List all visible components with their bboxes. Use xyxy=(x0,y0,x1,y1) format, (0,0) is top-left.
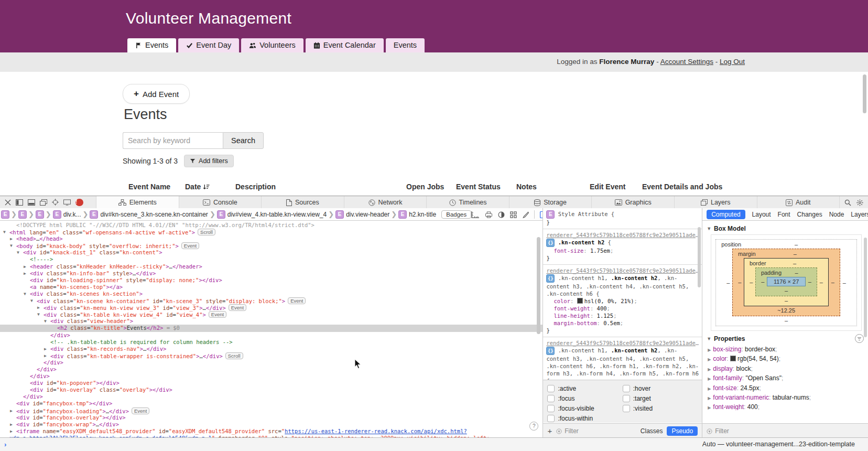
dom-tree-node[interactable]: ▼<div class="view-header"> xyxy=(0,318,542,325)
breadcrumb-item-div-kn-scene-3-kn-scene-kn-container[interactable]: Ediv#kn-scene_3.kn-scene.kn-container xyxy=(90,210,208,219)
css-property[interactable]: margin-bottom: 0.5em; xyxy=(546,319,699,327)
pseudo-button[interactable]: Pseudo xyxy=(667,426,698,436)
devtools-search-button[interactable] xyxy=(844,198,851,206)
pseudo-class-focus-within[interactable]: :focus-within xyxy=(547,415,622,422)
disclosure-closed-icon[interactable]: ▶ xyxy=(708,377,711,381)
dock-to-side-button[interactable] xyxy=(16,199,23,206)
dom-tree-node[interactable]: </div> xyxy=(0,373,542,380)
disclosure-closed-icon[interactable]: ▶ xyxy=(708,357,711,362)
disclosure-closed-icon[interactable]: ▶ xyxy=(37,304,40,311)
print-styles-button[interactable] xyxy=(485,210,493,218)
pseudo-class-active[interactable]: :active xyxy=(547,385,622,392)
site-tab-events[interactable]: Events xyxy=(127,38,176,52)
dom-tree-node[interactable]: <!-- .kn-table-table is required for col… xyxy=(0,339,542,346)
dom-tree-node[interactable]: ▶<div class="kn-info-bar" style>…</div> xyxy=(0,270,542,277)
stylesheet-link[interactable]: renderer_5443f9c579b118ce05788fc9e23e905… xyxy=(546,231,699,239)
dom-tree-node[interactable]: <!----> xyxy=(0,256,542,263)
search-input[interactable] xyxy=(123,132,223,149)
css-selector[interactable]: {} .kn-content h1, .kn-content h2, .kn-c… xyxy=(546,274,699,297)
column-header-open-jobs[interactable]: Open Jobs xyxy=(406,182,444,191)
dom-tree-node[interactable]: <div id="fancybox-overlay"></div> xyxy=(0,414,542,421)
error-count-badge[interactable]: ! xyxy=(75,199,83,206)
close-devtools-button[interactable] xyxy=(5,199,11,206)
disclosure-closed-icon[interactable]: ▶ xyxy=(10,421,13,428)
disclosure-closed-icon[interactable]: ▶ xyxy=(44,346,47,352)
dom-tree-node[interactable]: ▼<div class="kn-scenes kn-section"> xyxy=(0,291,542,297)
color-swatch[interactable] xyxy=(730,356,736,361)
pseudo-class-visited[interactable]: :visited xyxy=(623,405,698,412)
sidebar-tab-node[interactable]: Node xyxy=(829,211,844,218)
sidebar-tab-changes[interactable]: Changes xyxy=(797,211,822,218)
collapse-triangle-icon[interactable]: ▼ xyxy=(707,226,711,231)
detach-devtools-button[interactable] xyxy=(40,199,47,206)
devtools-tab-layers[interactable]: Layers xyxy=(674,196,757,208)
properties-filter-icon[interactable] xyxy=(855,334,864,343)
console-chevron-icon[interactable]: › xyxy=(4,441,6,448)
computed-property-color[interactable]: ▶color: rgb(54, 54, 54); xyxy=(708,355,864,364)
dom-tree-node[interactable]: <!DOCTYPE html PUBLIC "-//W3C//DTD HTML … xyxy=(0,222,542,229)
devtools-settings-button[interactable] xyxy=(856,198,863,206)
css-property[interactable]: line-height: 1.125; xyxy=(546,312,699,319)
sidebar-scrollbar[interactable] xyxy=(864,238,867,337)
styles-filter-input[interactable]: Filter xyxy=(556,427,636,435)
column-header-description[interactable]: Description xyxy=(235,182,276,191)
dom-tree-node[interactable]: <h2 class="kn-title">Events</h2> = $0 xyxy=(0,325,542,331)
box-model-content[interactable]: 1176 × 27 xyxy=(767,277,806,286)
add-event-button[interactable]: + Add Event xyxy=(123,84,190,104)
disclosure-closed-icon[interactable]: ▶ xyxy=(10,407,13,414)
devtools-tab-timelines[interactable]: Timelines xyxy=(426,196,509,208)
account-settings-link[interactable]: Account Settings xyxy=(660,58,713,66)
breadcrumb-item-div-k-[interactable]: Ediv.k... xyxy=(53,210,81,219)
disclosure-open-icon[interactable]: ▼ xyxy=(10,242,13,249)
dock-to-bottom-button[interactable] xyxy=(28,199,35,206)
dom-tree-node[interactable]: ▼<div class="kn-table kn-view view_4" id… xyxy=(0,311,542,318)
css-selector[interactable]: {} .kn-content h2 { xyxy=(546,239,699,247)
pseudo-class-focus-visible[interactable]: :focus-visible xyxy=(547,405,622,412)
stylesheet-link[interactable]: renderer_5443f9c579b118ce05788fc9e23e905… xyxy=(546,339,699,347)
pseudo-class-focus[interactable]: :focus xyxy=(547,395,622,402)
box-model-border[interactable]: border––padding––1176 × 27–––– xyxy=(744,258,829,306)
checkbox[interactable] xyxy=(623,385,630,392)
disclosure-closed-icon[interactable]: ▶ xyxy=(708,348,711,352)
checkbox[interactable] xyxy=(623,395,630,402)
dom-tree-node[interactable]: ▶<header class="knHeader knHeader--stick… xyxy=(0,263,542,270)
device-mode-button[interactable] xyxy=(63,199,71,206)
inspect-element-button[interactable] xyxy=(52,199,59,206)
box-model-margin[interactable]: margin––border––padding––1176 × 27–––––~… xyxy=(732,249,840,316)
breadcrumb-item-h2-kn-title[interactable]: Eh2.kn-title xyxy=(398,210,436,219)
checkbox[interactable] xyxy=(547,385,555,392)
box-model-padding[interactable]: padding––1176 × 27–– xyxy=(755,267,817,296)
site-tab-event-calendar[interactable]: Event Calendar xyxy=(306,38,384,52)
column-header-notes[interactable]: Notes xyxy=(516,182,537,191)
box-model-position[interactable]: position––margin––border––padding––1176 … xyxy=(715,239,857,326)
pseudo-class-target[interactable]: :target xyxy=(623,395,698,402)
breadcrumb-item-div-view-4-kn-table-kn-view-view-4[interactable]: Ediv#view_4.kn-table.kn-view.view_4 xyxy=(217,210,327,219)
disclosure-closed-icon[interactable]: ▶ xyxy=(24,270,26,277)
column-header-event-status[interactable]: Event Status xyxy=(456,182,501,191)
disclosure-open-icon[interactable]: ▼ xyxy=(44,318,47,325)
dom-tree-node[interactable]: <div id="kn-loading-spinner" style="disp… xyxy=(0,277,542,284)
dom-tree-node[interactable]: <div id="fancybox-tmp"></div> xyxy=(0,400,542,407)
site-tab-events[interactable]: Events xyxy=(386,38,425,52)
dom-tree-node[interactable]: ▶<div class="kn-table-wrapper is-constra… xyxy=(0,352,542,359)
edit-styles-button[interactable] xyxy=(522,210,529,218)
badges-button[interactable]: Badges xyxy=(441,210,471,219)
disclosure-closed-icon[interactable]: ▶ xyxy=(44,352,47,359)
site-tab-event-day[interactable]: Event Day xyxy=(178,38,239,52)
dom-tree-node[interactable]: ▼<html lang="en" class="wf-opensans-n4-a… xyxy=(0,229,542,235)
dom-tree-node[interactable]: ▶<div id="fancybox-wrap">…</div> xyxy=(0,421,542,428)
css-property[interactable]: color: hsl(0, 0%, 21%); xyxy=(546,297,699,305)
disclosure-open-icon[interactable]: ▼ xyxy=(17,249,19,256)
css-selector[interactable]: {} .kn-content h1, .kn-content h2, .kn-c… xyxy=(546,347,699,380)
column-header-edit-event[interactable]: Edit Event xyxy=(590,182,625,191)
classes-button[interactable]: Classes xyxy=(641,427,663,435)
computed-property-font-family[interactable]: ▶font-family: "Open Sans"; xyxy=(708,374,864,383)
disclosure-open-icon[interactable]: ▼ xyxy=(3,229,6,235)
dom-tree-node[interactable]: </div> xyxy=(0,393,542,400)
dom-tree-node[interactable]: <div id="kn-overlay" class="overlay"></d… xyxy=(0,386,542,393)
checkbox[interactable] xyxy=(547,405,555,412)
devtools-tab-audit[interactable]: Audit xyxy=(757,196,840,208)
disclosure-closed-icon[interactable]: ▶ xyxy=(708,396,711,401)
computed-property-box-sizing[interactable]: ▶box-sizing: border-box; xyxy=(708,345,864,355)
styles-scrollbar[interactable] xyxy=(698,227,701,287)
